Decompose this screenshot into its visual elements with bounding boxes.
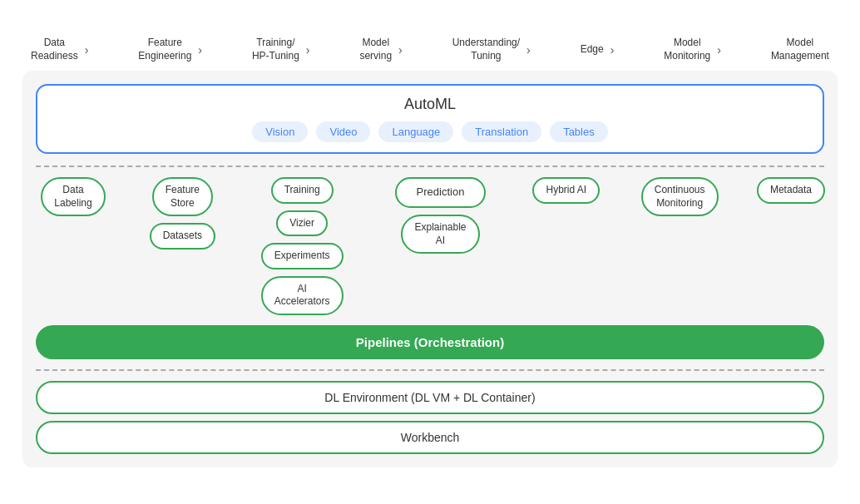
pipeline-steps: DataReadiness › FeatureEngineering › Tra… [22, 37, 838, 62]
step-training: Training/HP-Tuning › [252, 37, 310, 62]
col-training: Training Vizier Experiments AIAccelerato… [255, 177, 350, 315]
col-hybrid-ai: Hybrid AI [531, 177, 601, 204]
col-continuous-monitoring: ContinuousMonitoring [634, 177, 725, 216]
automl-pill-translation: Translation [462, 121, 541, 142]
pill-hybrid-ai: Hybrid AI [532, 177, 600, 204]
step-understanding: Understanding/Tuning › [452, 37, 531, 62]
step-arrow: › [198, 43, 202, 57]
automl-title: AutoML [51, 96, 809, 113]
automl-pill-tables: Tables [550, 121, 608, 142]
pill-continuous-monitoring: ContinuousMonitoring [641, 177, 719, 216]
step-label: ModelManagement [771, 37, 829, 62]
step-model-serving: Modelserving › [359, 37, 402, 62]
col-feature-store: FeatureStore Datasets [143, 177, 222, 250]
pipelines-bar: Pipelines (Orchestration) [36, 325, 824, 359]
step-model-management: ModelManagement [771, 37, 829, 62]
col-data-labeling: DataLabeling [36, 177, 111, 216]
col-metadata: Metadata [758, 177, 824, 204]
automl-pills: Vision Video Language Translation Tables [51, 121, 809, 142]
step-arrow: › [717, 43, 721, 57]
pill-explainable-ai: ExplainableAI [401, 215, 479, 254]
main-box: AutoML Vision Video Language Translation… [22, 71, 838, 467]
step-arrow: › [306, 43, 310, 57]
pipelines-label: Pipelines (Orchestration) [356, 335, 504, 349]
step-label: Modelserving [359, 37, 392, 62]
step-label: Edge [581, 43, 604, 57]
diagram-container: DataReadiness › FeatureEngineering › Tra… [14, 28, 846, 476]
automl-pill-video: Video [316, 121, 370, 142]
step-arrow: › [610, 43, 615, 57]
step-feature-engineering: FeatureEngineering › [138, 37, 202, 62]
pill-data-labeling: DataLabeling [41, 177, 105, 216]
pill-vizier: Vizier [276, 210, 328, 237]
pill-dl-environment: DL Environment (DL VM + DL Container) [36, 381, 824, 414]
automl-pill-vision: Vision [252, 121, 308, 142]
automl-section: AutoML Vision Video Language Translation… [36, 84, 824, 154]
bottom-section: DL Environment (DL VM + DL Container) Wo… [36, 381, 824, 454]
pill-ai-accelerators: AIAccelerators [261, 276, 344, 315]
pill-datasets: Datasets [150, 223, 215, 250]
step-data-readiness: DataReadiness › [31, 37, 88, 62]
step-arrow: › [85, 43, 89, 57]
pill-metadata: Metadata [757, 177, 825, 204]
step-label: Training/HP-Tuning [252, 37, 299, 62]
step-model-monitoring: ModelMonitoring › [664, 37, 721, 62]
col-prediction: Prediction ExplainableAI [382, 177, 498, 254]
pill-workbench: Workbench [36, 421, 824, 454]
step-arrow: › [398, 43, 403, 57]
step-edge: Edge › [581, 43, 615, 57]
components-section: DataLabeling FeatureStore Datasets Train… [36, 177, 824, 315]
pill-training: Training [271, 177, 334, 204]
step-label: ModelMonitoring [664, 37, 710, 62]
step-arrow: › [526, 43, 531, 57]
dashed-divider-bottom [36, 369, 824, 371]
pill-prediction: Prediction [395, 177, 487, 208]
pill-feature-store: FeatureStore [152, 177, 213, 216]
step-label: FeatureEngineering [138, 37, 191, 62]
automl-pill-language: Language [378, 121, 453, 142]
step-label: DataReadiness [31, 37, 78, 62]
dashed-divider-top [36, 166, 824, 167]
pill-experiments: Experiments [261, 243, 344, 269]
step-label: Understanding/Tuning [452, 37, 520, 62]
